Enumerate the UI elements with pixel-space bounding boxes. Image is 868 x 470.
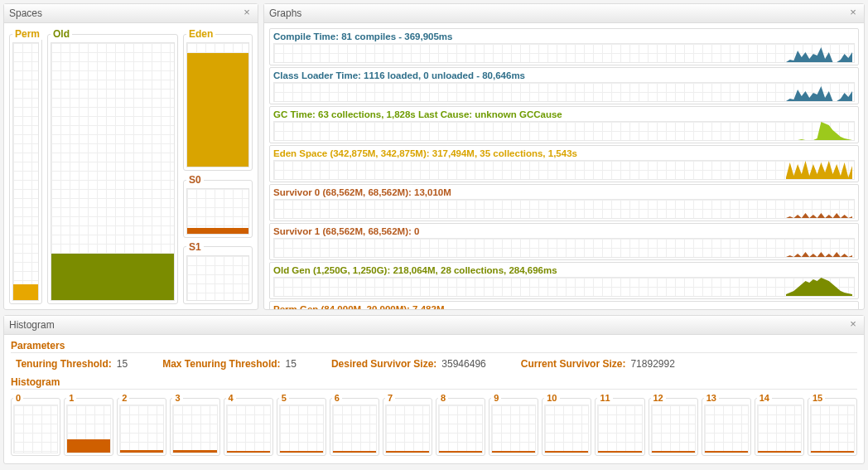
graph-label: Survivor 0 (68,562M, 68,562M): 13,010M: [273, 187, 855, 198]
graph-label: Eden Space (342,875M, 342,875M): 317,494…: [273, 148, 855, 159]
histogram-bucket-label: 2: [119, 393, 129, 403]
space-s1-label: S1: [186, 241, 204, 253]
histogram-bucket-bar: [598, 451, 641, 453]
graph-strip: [273, 43, 855, 63]
graph-row: Perm Gen (84,000M, 20,000M): 7,482M: [269, 301, 859, 309]
graph-label: Compile Time: 81 compiles - 369,905ms: [273, 31, 855, 42]
histogram-bucket-bar: [439, 451, 482, 453]
histogram-bucket-label: 15: [810, 393, 825, 403]
space-eden-label: Eden: [186, 28, 215, 40]
graph-label: Old Gen (1,250G, 1,250G): 218,064M, 28 c…: [273, 264, 855, 276]
histogram-bucket-label: 3: [172, 393, 182, 403]
close-icon[interactable]: ×: [847, 7, 859, 19]
histogram-bucket: 7: [383, 393, 432, 456]
space-perm: Perm: [9, 28, 42, 304]
param-max-tenuring-value: 15: [286, 358, 297, 370]
graph-label: Survivor 1 (68,562M, 68,562M): 0: [273, 225, 855, 237]
param-desired-label: Desired Survivor Size:: [331, 358, 436, 370]
histogram-bucket-bar: [705, 451, 748, 453]
histogram-bucket: 5: [277, 393, 326, 456]
histogram-bucket: 15: [808, 393, 857, 456]
panel-spaces-title: Spaces: [9, 4, 42, 22]
graph-strip: [273, 121, 855, 141]
histogram-bucket-bar: [811, 451, 854, 453]
histogram-bucket-bar: [173, 450, 216, 453]
space-s1: S1: [183, 241, 253, 304]
space-s0-label: S0: [186, 174, 204, 186]
graph-strip: [273, 199, 855, 219]
space-eden-bar: [187, 53, 248, 167]
panel-histogram-title: Histogram: [9, 316, 55, 334]
graph-label: Perm Gen (84,000M, 20,000M): 7,482M: [273, 303, 855, 309]
close-icon[interactable]: ×: [847, 319, 859, 331]
histogram-bucket-label: 6: [332, 393, 342, 403]
histogram-bucket: 11: [595, 393, 644, 456]
space-old-bar: [51, 254, 174, 300]
space-old: Old: [47, 28, 178, 304]
histogram-bucket-bar: [545, 451, 588, 453]
histogram-bucket: 4: [224, 393, 273, 456]
close-icon[interactable]: ×: [241, 7, 253, 19]
space-s0-bar: [187, 228, 248, 233]
histogram-bucket-label: 7: [385, 393, 395, 403]
panel-histogram: Histogram × Parameters Tenuring Threshol…: [3, 315, 865, 464]
histogram-bucket-bar: [227, 451, 270, 453]
param-max-tenuring-label: Max Tenuring Threshold:: [162, 358, 280, 370]
histogram-bucket-label: 11: [597, 393, 612, 403]
panel-spaces: Spaces × Perm Old Eden: [3, 3, 258, 310]
histogram-bucket: 10: [542, 393, 591, 456]
histogram-bucket: 3: [170, 393, 219, 456]
histogram-bucket-bar: [67, 439, 110, 453]
app-root: Spaces × Perm Old Eden: [0, 0, 868, 470]
histogram-bucket: 2: [117, 393, 166, 456]
histogram-bucket-label: 8: [438, 393, 448, 403]
param-tenuring-value: 15: [117, 358, 128, 370]
histogram-bucket-label: 4: [226, 393, 236, 403]
histogram-bucket: 12: [649, 393, 698, 456]
histogram-bucket-bar: [333, 451, 376, 453]
histogram-bucket-label: 12: [651, 393, 666, 403]
graph-strip: [273, 238, 855, 258]
histogram-bucket: 8: [436, 393, 485, 456]
histogram-bucket: 6: [330, 393, 379, 456]
histogram-section-label: Histogram: [11, 376, 857, 390]
histogram-bucket-label: 1: [66, 393, 76, 403]
histogram-bucket-label: 10: [544, 393, 559, 403]
graph-row: GC Time: 63 collections, 1,828s Last Cau…: [269, 106, 859, 143]
graph-row: Eden Space (342,875M, 342,875M): 317,494…: [269, 145, 859, 182]
histogram-bucket: 9: [489, 393, 538, 456]
param-current-value: 71892992: [630, 358, 674, 370]
histogram-grid: 0123456789101112131415: [11, 393, 857, 456]
panel-graphs: Graphs × Compile Time: 81 compiles - 369…: [263, 3, 865, 310]
histogram-bucket: 1: [64, 393, 113, 456]
graph-strip: [273, 277, 855, 297]
histogram-bucket-label: 5: [279, 393, 289, 403]
histogram-bucket-bar: [758, 451, 801, 453]
graph-label: GC Time: 63 collections, 1,828s Last Cau…: [273, 109, 855, 120]
histogram-bucket-label: 0: [13, 393, 23, 403]
graph-row: Survivor 0 (68,562M, 68,562M): 13,010M: [269, 184, 859, 221]
histogram-bucket-label: 13: [704, 393, 719, 403]
graph-row: Survivor 1 (68,562M, 68,562M): 0: [269, 223, 859, 260]
histogram-bucket-bar: [386, 451, 429, 453]
panel-histogram-header: Histogram ×: [4, 316, 864, 335]
graph-row: Old Gen (1,250G, 1,250G): 218,064M, 28 c…: [269, 262, 859, 299]
histogram-bucket-bar: [492, 451, 535, 453]
space-s0: S0: [183, 174, 253, 237]
histogram-bucket-label: 9: [491, 393, 501, 403]
param-current-label: Current Survivor Size:: [521, 358, 626, 370]
panel-graphs-title: Graphs: [269, 4, 301, 22]
histogram-bucket-bar: [120, 450, 163, 453]
histogram-bucket-bar: [652, 451, 695, 453]
space-perm-label: Perm: [12, 28, 42, 40]
parameters-section-label: Parameters: [11, 340, 857, 353]
histogram-bucket: 14: [755, 393, 804, 456]
histogram-bucket: 13: [702, 393, 751, 456]
graph-strip: [273, 160, 855, 180]
graph-row: Class Loader Time: 1116 loaded, 0 unload…: [269, 67, 859, 104]
histogram-bucket-label: 14: [757, 393, 772, 403]
panel-graphs-header: Graphs ×: [264, 4, 864, 23]
space-eden: Eden: [183, 28, 253, 171]
panel-spaces-header: Spaces ×: [4, 4, 258, 23]
param-tenuring-label: Tenuring Threshold:: [16, 358, 112, 370]
